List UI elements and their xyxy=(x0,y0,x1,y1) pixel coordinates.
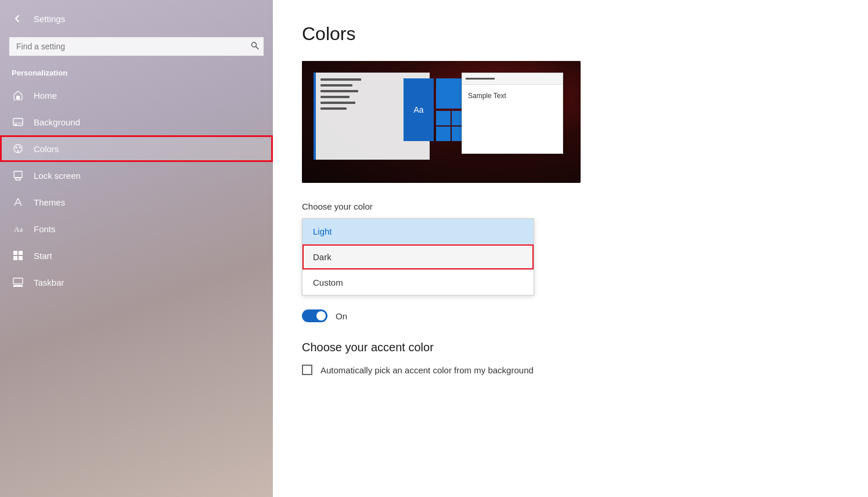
preview-dialog: Sample Text xyxy=(462,73,563,154)
svg-point-8 xyxy=(19,147,21,149)
search-input[interactable] xyxy=(9,37,264,56)
sidebar-item-fonts-label: Fonts xyxy=(34,224,56,234)
sidebar-item-start-label: Start xyxy=(34,251,52,261)
personalization-label: Personalization xyxy=(0,65,273,82)
themes-icon xyxy=(12,196,24,208)
sidebar-header: Settings xyxy=(0,0,273,35)
search-box[interactable] xyxy=(9,37,264,56)
taskbar-icon xyxy=(12,276,24,289)
svg-rect-17 xyxy=(13,256,17,260)
svg-rect-20 xyxy=(13,285,23,287)
sidebar-item-taskbar[interactable]: Taskbar xyxy=(0,269,273,296)
svg-point-9 xyxy=(17,150,19,152)
preview-line-1 xyxy=(320,78,361,81)
toggle-knob xyxy=(316,311,326,320)
auto-pick-label: Automatically pick an accent color from … xyxy=(320,365,534,375)
preview-line-6 xyxy=(320,107,347,110)
color-dropdown-container: Light Dark Custom xyxy=(302,218,534,296)
sidebar-item-lockscreen[interactable]: Lock screen xyxy=(0,162,273,189)
dropdown-option-light[interactable]: Light xyxy=(302,219,534,244)
svg-rect-11 xyxy=(16,178,20,180)
preview-tile-sm2-a xyxy=(436,111,451,125)
sidebar-title: Settings xyxy=(34,14,65,24)
sidebar-item-start[interactable]: Start xyxy=(0,242,273,269)
sidebar-item-themes[interactable]: Themes xyxy=(0,189,273,215)
toggle-row: On xyxy=(302,309,839,322)
preview-line-4 xyxy=(320,96,350,98)
sidebar: Settings Personalization Home xyxy=(0,0,273,497)
preview-line-2 xyxy=(320,84,352,87)
sidebar-item-background-label: Background xyxy=(34,117,80,127)
sidebar-item-themes-label: Themes xyxy=(34,197,65,207)
svg-rect-18 xyxy=(19,256,23,260)
dropdown-option-dark[interactable]: Dark xyxy=(302,244,534,269)
color-dropdown[interactable]: Light Dark Custom xyxy=(302,218,534,296)
svg-rect-16 xyxy=(19,251,23,255)
sidebar-item-lockscreen-label: Lock screen xyxy=(34,171,81,181)
sidebar-item-colors[interactable]: Colors xyxy=(0,135,273,162)
preview-line-3 xyxy=(320,90,358,92)
auto-pick-row: Automatically pick an accent color from … xyxy=(302,365,839,375)
lockscreen-icon xyxy=(12,169,24,182)
svg-point-7 xyxy=(16,147,17,149)
preview-dialog-titlebar xyxy=(462,73,563,85)
svg-text:Aa: Aa xyxy=(14,225,23,233)
toggle-label: On xyxy=(336,311,347,321)
accent-color-title: Choose your accent color xyxy=(302,341,839,354)
start-icon xyxy=(12,249,24,262)
sidebar-item-background[interactable]: Background xyxy=(0,109,273,135)
svg-rect-2 xyxy=(16,96,20,99)
svg-rect-19 xyxy=(13,278,23,284)
svg-line-1 xyxy=(256,46,259,49)
preview-line-5 xyxy=(320,102,355,104)
sidebar-content: Settings Personalization Home xyxy=(0,0,273,497)
dropdown-option-custom[interactable]: Custom xyxy=(302,270,534,295)
sidebar-item-home-label: Home xyxy=(34,91,57,100)
preview-dialog-bar xyxy=(466,78,495,80)
svg-rect-15 xyxy=(13,251,17,255)
auto-pick-checkbox[interactable] xyxy=(302,365,312,375)
sidebar-item-colors-label: Colors xyxy=(34,144,59,154)
toggle-button[interactable] xyxy=(302,309,327,322)
svg-rect-5 xyxy=(15,124,17,125)
preview-tile-aa: Aa xyxy=(404,78,434,141)
page-title: Colors xyxy=(302,23,839,45)
search-icon-button[interactable] xyxy=(251,42,259,52)
fonts-icon: Aa xyxy=(12,222,24,235)
preview-tile-sm2-c xyxy=(436,127,451,141)
sidebar-item-home[interactable]: Home xyxy=(0,82,273,109)
main-content: Colors Aa xyxy=(273,0,868,497)
color-preview: Aa Sample Text xyxy=(302,61,581,183)
colors-icon xyxy=(12,142,24,155)
choose-color-label: Choose your color xyxy=(302,201,839,211)
sidebar-item-taskbar-label: Taskbar xyxy=(34,278,64,287)
preview-dialog-text: Sample Text xyxy=(462,85,563,107)
sidebar-item-fonts[interactable]: Aa Fonts xyxy=(0,215,273,242)
home-icon xyxy=(12,89,24,102)
background-icon xyxy=(12,116,24,128)
preview-tiles: Aa xyxy=(404,78,466,141)
back-button[interactable] xyxy=(9,10,26,27)
svg-rect-10 xyxy=(14,171,22,178)
